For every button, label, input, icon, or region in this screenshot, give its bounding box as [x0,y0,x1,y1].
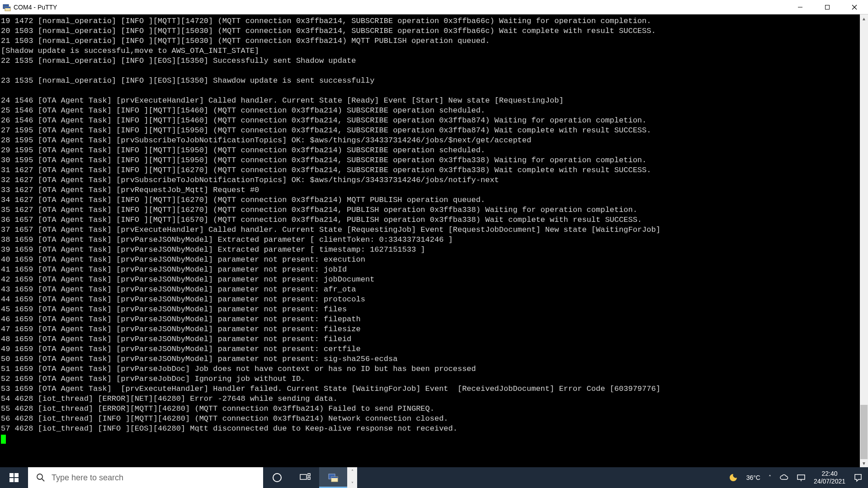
notifications-icon[interactable] [854,473,863,482]
svg-rect-19 [331,477,338,478]
taskbar: Type here to search ˄˅ 36°C ˄ [0,467,868,488]
weather-icon[interactable] [728,473,738,483]
window-title: COM4 - PuTTY [14,4,57,11]
tray-overflow-icon[interactable]: ˄ [769,474,771,481]
search-icon [36,473,45,482]
clock-time: 22:40 [814,470,845,478]
putty-icon [3,3,11,11]
terminal-output[interactable]: 19 1472 [normal_operatio] [INFO ][MQTT][… [0,14,860,467]
svg-line-12 [42,479,44,481]
taskbar-overflow-scroll[interactable]: ˄˅ [347,467,357,488]
svg-point-13 [273,474,281,482]
taskbar-app-putty[interactable] [319,467,347,488]
scroll-track[interactable] [860,23,868,459]
svg-rect-9 [9,478,14,482]
weather-temp[interactable]: 36°C [746,474,760,481]
system-tray: 36°C ˄ 22:40 24/07/2021 [723,467,868,488]
titlebar: COM4 - PuTTY [0,0,868,14]
search-box[interactable]: Type here to search [28,467,263,488]
svg-rect-8 [14,473,19,477]
vertical-scrollbar[interactable]: ▲ ▼ [860,14,868,467]
svg-rect-15 [308,474,310,476]
svg-rect-16 [308,477,310,479]
svg-rect-10 [14,478,19,482]
svg-point-11 [37,474,42,479]
svg-rect-4 [826,5,830,9]
terminal-cursor [1,435,6,444]
network-icon[interactable] [797,474,806,482]
scroll-up-arrow[interactable]: ▲ [860,14,868,23]
clock-date: 24/07/2021 [814,478,845,485]
terminal-area: 19 1472 [normal_operatio] [INFO ][MQTT][… [0,14,868,467]
clock[interactable]: 22:40 24/07/2021 [814,470,845,485]
svg-rect-20 [797,475,805,479]
search-placeholder: Type here to search [52,473,123,483]
svg-rect-2 [5,7,10,8]
scroll-thumb[interactable] [860,405,868,459]
minimize-button[interactable] [787,0,814,14]
svg-rect-7 [9,473,14,477]
scroll-down-arrow[interactable]: ▼ [860,459,868,467]
cortana-button[interactable] [263,467,291,488]
svg-rect-14 [300,474,307,479]
maximize-button[interactable] [814,0,841,14]
start-button[interactable] [0,467,28,488]
task-view-button[interactable] [291,467,319,488]
cloud-sync-icon[interactable] [779,474,788,481]
close-button[interactable] [841,0,868,14]
